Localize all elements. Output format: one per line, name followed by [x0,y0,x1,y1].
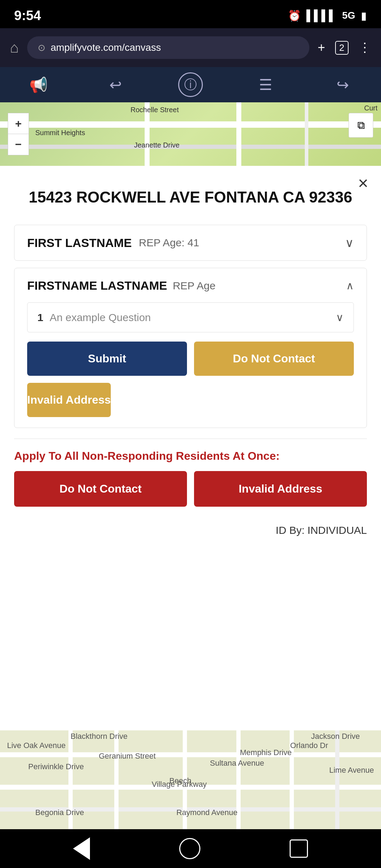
back-icon[interactable]: ↩ [101,71,129,99]
tracking-icon: ⊙ [38,42,46,53]
zoom-in-button[interactable]: + [8,113,29,134]
status-icons: ⏰ ▌▌▌▌ 5G ▮ [288,10,367,22]
apply-all-title: Apply To All Non-Responding Residents At… [14,450,367,463]
status-bar: 9:54 ⏰ ▌▌▌▌ 5G ▮ [0,0,381,28]
map-label-beech: Beech [169,776,191,785]
map-label-begonia: Begonia Drive [35,808,84,817]
question-number: 1 [37,312,43,324]
map-label-geranium: Geranium Street [99,752,156,761]
menu-icon[interactable]: ⋮ [358,40,371,55]
address-text: 15423 ROCKWELL AVE FONTANA CA 92336 [18,187,363,207]
signal-icon: ▌▌▌▌ [307,10,337,22]
map-bottom: Blackthorn Drive Jackson Drive Geranium … [0,730,381,829]
resident-header: FIRSTNAME LASTNAME REP Age ∧ [27,279,354,293]
section-divider [14,439,367,439]
map-label-blackthorn: Blackthorn Drive [71,732,127,741]
question-row[interactable]: 1 An example Question ∨ [27,302,354,332]
network-badge: 5G [342,10,355,21]
url-bar[interactable]: ⊙ amplifyvote.com/canvass [27,36,309,59]
url-text: amplifyvote.com/canvass [50,42,161,53]
main-panel: × 15423 ROCKWELL AVE FONTANA CA 92336 FI… [0,166,381,730]
exit-icon[interactable]: ↪ [328,71,357,99]
home-system-icon[interactable] [179,838,200,859]
close-button[interactable]: × [358,174,368,192]
tab-count[interactable]: 2 [335,41,349,55]
question-text: An example Question [50,312,336,324]
address-section: 15423 ROCKWELL AVE FONTANA CA 92336 [0,166,381,218]
apply-all-section: Apply To All Non-Responding Residents At… [0,450,381,517]
recents-system-icon[interactable] [290,839,308,858]
browser-bar: ⌂ ⊙ amplifyvote.com/canvass + 2 ⋮ [0,28,381,67]
browser-actions: + 2 ⋮ [318,40,371,55]
map-zoom-controls: + − [8,113,29,155]
map-label-curt: Curt [364,104,377,112]
action-buttons-row: Submit Do Not Contact [27,342,354,376]
map-label-orlando: Orlando Dr [290,741,328,750]
map-label-memphis: Memphis Drive [240,748,292,757]
nav-bar: 📢 ↩ ⓘ ☰ ↪ [0,67,381,102]
new-tab-icon[interactable]: + [318,40,325,55]
map-label-jeanette: Jeanette Drive [134,141,180,149]
question-chevron-icon: ∨ [336,311,344,324]
map-label-raymond: Raymond Avenue [176,808,237,817]
system-nav-bar [0,829,381,868]
resident-name-expanded: FIRSTNAME LASTNAME [27,279,167,293]
map-label-sultana: Sultana Avenue [210,759,264,768]
map-label-summit: Summit Heights [35,129,85,137]
chevron-down-icon[interactable]: ∨ [345,236,354,250]
id-by-text: ID By: INDIVIDUAL [276,524,367,536]
info-icon[interactable]: ⓘ [178,72,203,97]
alarm-icon: ⏰ [288,10,301,22]
map-label-lime: Lime Avenue [329,766,374,775]
map-label-jackson: Jackson Drive [311,732,360,741]
apply-do-not-contact-button[interactable]: Do Not Contact [14,471,187,507]
list-icon[interactable]: ☰ [252,71,280,99]
map-label-liveoak: Live Oak Avenue [7,741,66,750]
home-icon[interactable]: ⌂ [10,39,19,56]
map-label-periwinkle: Periwinkle Drive [28,762,84,771]
map-top: Rochelle Street Summit Heights Jeanette … [0,102,381,166]
resident-card-expanded: FIRSTNAME LASTNAME REP Age ∧ 1 An exampl… [14,268,367,428]
map-label-rochelle: Rochelle Street [131,106,179,114]
apply-invalid-address-button[interactable]: Invalid Address [194,471,367,507]
invalid-address-row: Invalid Address [27,383,354,417]
invalid-address-button[interactable]: Invalid Address [27,383,111,417]
resident-card-collapsed[interactable]: FIRST LASTNAME REP Age: 41 ∨ [14,225,367,261]
chevron-up-icon[interactable]: ∧ [346,279,354,292]
zoom-out-button[interactable]: − [8,134,29,155]
battery-icon: ▮ [361,10,367,22]
back-system-icon[interactable] [73,837,90,860]
resident-meta-collapsed: REP Age: 41 [139,237,199,249]
layers-button[interactable]: ⧉ [349,113,373,138]
resident-name-collapsed: FIRST LASTNAME [27,236,132,250]
status-time: 9:54 [14,8,41,23]
id-by-section: ID By: INDIVIDUAL [0,517,381,547]
apply-all-buttons: Do Not Contact Invalid Address [14,471,367,507]
speaker-icon[interactable]: 📢 [24,71,53,99]
submit-button[interactable]: Submit [27,342,187,376]
do-not-contact-button[interactable]: Do Not Contact [194,342,354,376]
resident-meta-expanded: REP Age [173,280,216,292]
